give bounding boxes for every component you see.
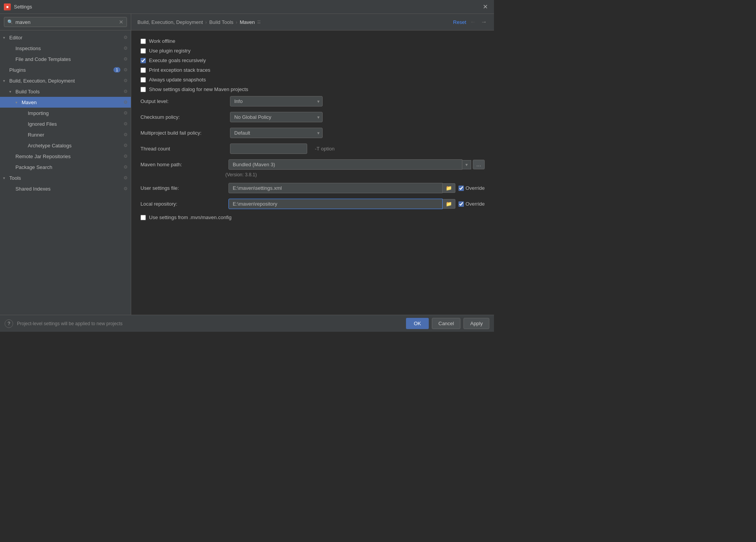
sidebar-item-ignored-files[interactable]: Ignored Files ⚙ (0, 118, 131, 129)
settings-icon-tools: ⚙ (123, 175, 128, 181)
checkbox-print-exception-stack-traces-label: Print exception stack traces (149, 67, 210, 73)
sidebar-item-editor[interactable]: ▾ Editor ⚙ (0, 32, 131, 43)
settings-icon-package-search: ⚙ (123, 164, 128, 170)
sidebar-item-importing[interactable]: Importing ⚙ (0, 108, 131, 118)
settings-icon-ignored-files: ⚙ (123, 121, 128, 127)
sidebar-item-build-exec-deploy[interactable]: ▾ Build, Execution, Deployment ⚙ (0, 75, 131, 86)
nav-back-button[interactable]: ← (469, 18, 477, 26)
checkbox-always-update-snapshots-input[interactable] (140, 77, 146, 83)
sidebar-item-maven[interactable]: ▾ Maven ⚙ (0, 97, 131, 108)
close-button[interactable]: ✕ (480, 2, 490, 11)
clear-icon[interactable]: ✕ (119, 19, 123, 25)
sidebar-item-file-code-templates[interactable]: File and Code Templates ⚙ (0, 54, 131, 64)
settings-icon-remote-jar: ⚙ (123, 154, 128, 159)
window-title: Settings (14, 4, 32, 10)
multiproject-fail-policy-select[interactable]: Default Fail Fast Fail At End Never Fail (230, 128, 323, 138)
checkbox-execute-goals-recursively-input[interactable] (140, 58, 146, 63)
maven-home-path-label: Maven home path: (140, 162, 225, 167)
sidebar-item-plugins[interactable]: Plugins 1 ⚙ (0, 64, 131, 75)
multiproject-fail-policy-label: Multiproject build fail policy: (140, 130, 225, 136)
settings-icon-build-exec: ⚙ (123, 78, 128, 83)
checkbox-use-mvn-settings-input[interactable] (140, 215, 146, 220)
breadcrumb-part-2: Build Tools (209, 19, 233, 25)
cancel-button[interactable]: Cancel (432, 318, 460, 329)
checkbox-use-mvn-settings: Use settings from .mvn/maven.config (140, 214, 485, 220)
sidebar-item-runner[interactable]: Runner ⚙ (0, 129, 131, 140)
maven-home-path-select[interactable]: Bundled (Maven 3) (228, 159, 462, 170)
user-settings-file-browse-btn[interactable]: 📁 (443, 183, 455, 193)
apply-button[interactable]: Apply (463, 318, 489, 329)
sidebar-label-ignored-files: Ignored Files (28, 121, 122, 127)
sidebar-label-build-exec-deploy: Build, Execution, Deployment (9, 78, 122, 84)
sidebar-label-tools: Tools (9, 175, 122, 181)
expand-arrow-build-tools: ▾ (9, 89, 14, 94)
search-input-wrapper: 🔍 ✕ (4, 17, 127, 27)
checkbox-use-mvn-settings-label: Use settings from .mvn/maven.config (149, 214, 232, 220)
local-repository-row: Local repository: 📁 Override (140, 199, 485, 209)
sidebar-label-editor: Editor (9, 35, 122, 41)
settings-icon-shared-indexes: ⚙ (123, 186, 128, 191)
sidebar-item-remote-jar-repos[interactable]: Remote Jar Repositories ⚙ (0, 151, 131, 162)
maven-home-path-row: Maven home path: Bundled (Maven 3) ▾ … (140, 159, 485, 170)
footer-status-text: Project-level settings will be applied t… (17, 321, 122, 326)
sidebar-label-runner: Runner (28, 132, 122, 138)
title-bar: ■ Settings ✕ (0, 0, 494, 14)
local-repository-browse-btn[interactable]: 📁 (443, 199, 455, 209)
checkbox-print-exception-stack-traces-input[interactable] (140, 68, 146, 73)
maven-home-path-browse-btn[interactable]: … (473, 160, 485, 169)
sidebar-label-maven: Maven (22, 100, 122, 105)
checkbox-execute-goals-recursively: Execute goals recursively (140, 57, 485, 63)
sidebar-item-inspections[interactable]: Inspections ⚙ (0, 43, 131, 54)
thread-count-input[interactable] (230, 144, 307, 154)
sidebar-item-package-search[interactable]: Package Search ⚙ (0, 162, 131, 172)
user-settings-override-wrapper: Override (458, 185, 485, 191)
user-settings-file-label: User settings file: (140, 185, 225, 191)
maven-home-path-dropdown-btn[interactable]: ▾ (462, 160, 471, 169)
footer-right: OK Cancel Apply (406, 318, 489, 329)
nav-forward-button[interactable]: → (480, 18, 488, 26)
checkbox-show-settings-dialog-input[interactable] (140, 87, 146, 92)
settings-content: Work offline Use plugin registry Execute… (131, 30, 494, 315)
output-level-select[interactable]: Quiet Info Debug (230, 96, 323, 106)
thread-count-row: Thread count -T option (140, 144, 485, 154)
maven-version-text: (Version: 3.8.1) (225, 172, 485, 177)
sidebar-item-shared-indexes[interactable]: Shared Indexes ⚙ (0, 183, 131, 194)
breadcrumb-menu-icon[interactable]: ☰ (257, 20, 261, 25)
expand-arrow-tools: ▾ (3, 176, 8, 180)
checkbox-use-plugin-registry-input[interactable] (140, 48, 146, 54)
local-repository-override-checkbox[interactable] (458, 201, 464, 207)
search-input[interactable] (15, 19, 117, 25)
output-level-label: Output level: (140, 98, 225, 104)
settings-icon-maven: ⚙ (123, 100, 128, 105)
sidebar-item-tools[interactable]: ▾ Tools ⚙ (0, 172, 131, 183)
thread-count-label: Thread count (140, 146, 225, 152)
settings-icon-importing: ⚙ (123, 110, 128, 116)
sidebar-item-archetype-catalogs[interactable]: Archetype Catalogs ⚙ (0, 140, 131, 151)
user-settings-override-label: Override (465, 185, 485, 191)
reset-button[interactable]: Reset (453, 19, 466, 25)
maven-home-path-input-wrapper: Bundled (Maven 3) ▾ … (228, 159, 485, 170)
settings-icon-archetype: ⚙ (123, 143, 128, 148)
help-button[interactable]: ? (5, 319, 13, 328)
local-repository-override-label: Override (465, 201, 485, 207)
main-layout: 🔍 ✕ ▾ Editor ⚙ Inspections ⚙ File an (0, 14, 494, 315)
checksum-policy-dropdown-wrapper: No Global Policy Fail Warn Ignore (230, 112, 323, 122)
user-settings-file-input[interactable] (228, 183, 443, 193)
content-header: Build, Execution, Deployment › Build Too… (131, 14, 494, 30)
t-option-label: -T option (315, 146, 335, 152)
settings-icon-inspections: ⚙ (123, 46, 128, 51)
user-settings-override-checkbox[interactable] (458, 186, 464, 191)
sidebar-label-importing: Importing (28, 110, 122, 116)
ok-button[interactable]: OK (406, 318, 429, 329)
settings-icon-editor: ⚙ (123, 35, 128, 40)
sidebar-label-inspections: Inspections (15, 46, 122, 51)
title-bar-left: ■ Settings (4, 3, 32, 10)
checksum-policy-select[interactable]: No Global Policy Fail Warn Ignore (230, 112, 323, 122)
checkbox-use-plugin-registry: Use plugin registry (140, 48, 485, 54)
local-repository-input[interactable] (228, 199, 443, 209)
header-actions: Reset ← → (453, 18, 488, 26)
checkbox-work-offline: Work offline (140, 38, 485, 44)
sidebar-label-archetype-catalogs: Archetype Catalogs (28, 143, 122, 149)
checkbox-work-offline-input[interactable] (140, 39, 146, 44)
sidebar-item-build-tools[interactable]: ▾ Build Tools ⚙ (0, 86, 131, 97)
